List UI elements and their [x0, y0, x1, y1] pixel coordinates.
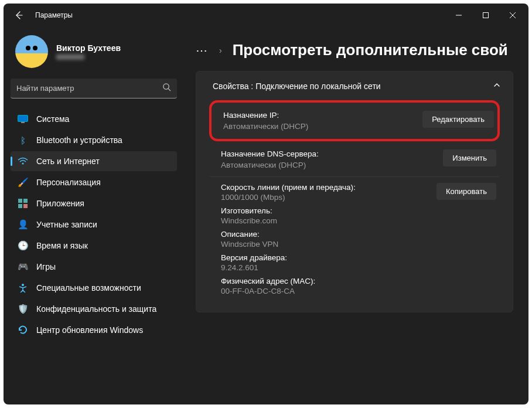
sidebar-item-apps[interactable]: Приложения [11, 193, 177, 213]
panel-header[interactable]: Свойства : Подключение по локальной сети [196, 72, 513, 100]
sidebar-item-personalization[interactable]: 🖌️Персонализация [11, 172, 177, 192]
dns-assignment-row: Назначение DNS-сервера: Автоматически (D… [209, 141, 500, 177]
details-row: Скорость линии (прием и передача): 1000/… [209, 177, 500, 302]
sidebar-item-network[interactable]: Сеть и Интернет [11, 151, 177, 171]
sidebar-item-system[interactable]: Система [11, 109, 177, 129]
wifi-icon [18, 156, 28, 166]
main-content: ⋯ › Просмотреть дополнительные свой Свой… [184, 27, 528, 404]
sidebar-item-label: Приложения [36, 199, 84, 208]
sidebar-item-label: Специальные возможности [36, 283, 141, 293]
sidebar-item-accessibility[interactable]: Специальные возможности [11, 278, 177, 298]
copy-button[interactable]: Копировать [436, 183, 496, 200]
time-icon: 🕒 [18, 240, 28, 251]
ip-assignment-row: Назначение IP: Автоматически (DHCP) Реда… [209, 100, 500, 141]
dns-assignment-value: Автоматически (DHCP) [221, 161, 319, 169]
sidebar-item-label: Центр обновления Windows [36, 325, 143, 335]
maximize-button[interactable] [472, 6, 499, 25]
chevron-up-icon [493, 81, 501, 91]
svg-rect-10 [23, 199, 28, 203]
breadcrumb: ⋯ › Просмотреть дополнительные свой [196, 27, 528, 71]
svg-rect-6 [18, 115, 28, 122]
sidebar-item-label: Конфиденциальность и защита [36, 304, 156, 314]
nav: Система ᛒBluetooth и устройства Сеть и И… [11, 109, 177, 340]
accessibility-icon [18, 283, 28, 293]
window-title: Параметры [35, 11, 73, 19]
edit-ip-button[interactable]: Редактировать [422, 111, 494, 128]
sidebar-item-update[interactable]: Центр обновления Windows [11, 320, 177, 340]
detail-key: Изготовитель: [221, 206, 356, 215]
edit-dns-button[interactable]: Изменить [443, 149, 496, 166]
detail-key: Физический адрес (MAC): [221, 277, 356, 285]
page-title: Просмотреть дополнительные свой [233, 41, 508, 59]
sidebar-item-bluetooth[interactable]: ᛒBluetooth и устройства [11, 130, 177, 150]
avatar [15, 35, 48, 68]
games-icon: 🎮 [18, 261, 28, 272]
detail-key: Версия драйвера: [221, 253, 356, 262]
svg-line-5 [168, 89, 170, 91]
svg-rect-7 [21, 122, 25, 123]
apps-icon [18, 198, 28, 209]
svg-rect-11 [18, 204, 22, 208]
detail-value: Windscribe.com [221, 216, 356, 225]
search-icon [162, 83, 171, 94]
detail-value: 9.24.2.601 [221, 263, 356, 272]
svg-point-4 [163, 84, 169, 89]
svg-point-13 [22, 284, 24, 286]
profile-email: ▮▮▮▮▮▮▮▮ [56, 53, 121, 60]
svg-rect-1 [483, 13, 489, 18]
profile[interactable]: Виктор Бухтеев ▮▮▮▮▮▮▮▮ [11, 27, 177, 79]
dns-assignment-label: Назначение DNS-сервера: [221, 149, 319, 158]
sidebar-item-label: Bluetooth и устройства [36, 135, 122, 145]
settings-window: Параметры Виктор Бухтеев ▮▮▮▮▮▮▮▮ Систем… [4, 4, 528, 404]
window-controls [445, 6, 526, 25]
svg-rect-12 [23, 204, 28, 208]
sidebar-item-label: Сеть и Интернет [36, 157, 100, 166]
titlebar-left: Параметры [13, 9, 73, 21]
svg-point-8 [22, 163, 24, 165]
close-button[interactable] [499, 6, 526, 25]
profile-name: Виктор Бухтеев [56, 43, 121, 53]
detail-value: Windscribe VPN [221, 240, 356, 249]
bluetooth-icon: ᛒ [18, 135, 28, 145]
privacy-icon: 🛡️ [18, 304, 28, 314]
sidebar-item-time[interactable]: 🕒Время и язык [11, 236, 177, 256]
sidebar-item-label: Игры [36, 262, 56, 271]
detail-value: 00-FF-0A-DC-C8-CA [221, 287, 356, 295]
sidebar-item-label: Время и язык [36, 241, 88, 250]
chevron-right-icon: › [219, 46, 222, 55]
display-icon [18, 114, 28, 124]
sidebar-item-privacy[interactable]: 🛡️Конфиденциальность и защита [11, 299, 177, 319]
svg-rect-9 [18, 199, 22, 203]
minimize-button[interactable] [445, 6, 472, 25]
sidebar-item-label: Система [36, 114, 69, 124]
sidebar: Виктор Бухтеев ▮▮▮▮▮▮▮▮ Система ᛒBluetoo… [4, 27, 184, 404]
update-icon [18, 325, 28, 335]
sidebar-item-gaming[interactable]: 🎮Игры [11, 257, 177, 277]
brush-icon: 🖌️ [18, 177, 28, 188]
detail-key: Описание: [221, 230, 356, 239]
ip-assignment-label: Назначение IP: [223, 111, 308, 120]
account-icon: 👤 [18, 219, 28, 230]
titlebar: Параметры [4, 4, 528, 27]
panel-title: Свойства : Подключение по локальной сети [213, 81, 381, 91]
properties-panel: Свойства : Подключение по локальной сети… [196, 71, 513, 312]
back-button[interactable] [13, 9, 25, 21]
sidebar-item-label: Персонализация [36, 178, 101, 187]
ip-assignment-value: Автоматически (DHCP) [223, 122, 308, 131]
breadcrumb-ellipsis[interactable]: ⋯ [196, 43, 209, 57]
properties-list: Назначение IP: Автоматически (DHCP) Реда… [196, 100, 513, 312]
search-box[interactable] [11, 79, 177, 98]
sidebar-item-accounts[interactable]: 👤Учетные записи [11, 215, 177, 234]
detail-value: 1000/1000 (Mbps) [221, 193, 356, 202]
sidebar-item-label: Учетные записи [36, 220, 97, 229]
search-input[interactable] [16, 84, 162, 93]
detail-key: Скорость линии (прием и передача): [221, 183, 356, 192]
